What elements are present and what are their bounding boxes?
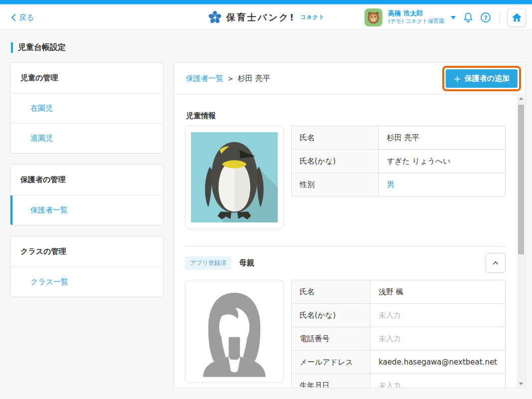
table-row: 氏名 杉田 亮平 [292, 126, 506, 150]
logo-sub-text: コネクト [300, 13, 325, 21]
field-label: 氏名(かな) [292, 304, 370, 327]
table-row: 氏名(かな) すぎた りょうへい [292, 150, 506, 173]
child-info-table: 氏名 杉田 亮平 氏名(かな) すぎた りょうへい 性別 男 [291, 126, 506, 197]
guardian-info-row: 氏名 浅野 楓 氏名(かな) 未入力 電話番号 未入力 メールアドレス [185, 280, 506, 388]
user-name: 高橋 浩太郎 [388, 9, 444, 18]
sidebar-group-children: 児童の管理 在園児 退園児 [10, 62, 164, 154]
notifications-button[interactable] [462, 11, 474, 23]
field-label: 氏名 [292, 126, 379, 150]
caret-down-icon[interactable] [451, 16, 456, 19]
title-accent-bar [11, 42, 13, 53]
user-info[interactable]: 高橋 浩太郎 (デモ) コネクト保育園 [388, 9, 444, 25]
user-avatar[interactable] [364, 8, 382, 26]
field-label: 氏名 [292, 280, 370, 304]
guardian-avatar [185, 280, 284, 383]
breadcrumb-guardian-list-link[interactable]: 保護者一覧 [186, 74, 223, 83]
field-value: 未入力 [370, 374, 506, 389]
section-divider [185, 246, 506, 247]
bell-icon [462, 11, 474, 23]
app-header: 戻る 保育士バンク! コネクト [0, 5, 532, 30]
page-title: 児童台帳設定 [18, 42, 66, 53]
app-registered-badge: アプリ登録済 [185, 256, 231, 270]
header-right-cluster: 高橋 浩太郎 (デモ) コネクト保育園 ? [364, 5, 526, 30]
guardian-section-header: アプリ登録済 母親 [185, 253, 506, 273]
sakura-flower-icon [207, 10, 222, 25]
scroll-down-arrow-icon[interactable] [517, 380, 525, 387]
panel-body: 児童情報 [174, 111, 526, 388]
sidebar-item-label: 在園児 [30, 104, 53, 113]
field-label: 生年月日 [292, 374, 370, 389]
home-button[interactable] [507, 8, 526, 27]
sidebar-group-title: 保護者の管理 [10, 165, 163, 195]
chevron-up-icon [492, 259, 500, 267]
top-accent-bar [0, 0, 532, 4]
field-value: 杉田 亮平 [379, 126, 506, 150]
guardian-info-table: 氏名 浅野 楓 氏名(かな) 未入力 電話番号 未入力 メールアドレス [291, 280, 506, 388]
field-value: 未入力 [370, 327, 506, 351]
sidebar: 児童の管理 在園児 退園児 保護者の管理 保護者一覧 クラスの管理 クラス一覧 [10, 62, 164, 308]
breadcrumb-current: 杉田 亮平 [238, 74, 270, 83]
field-label: メールアドレス [292, 351, 370, 374]
field-value-email: kaede.hasegawa@nextbeat.net [370, 351, 506, 374]
field-label: 電話番号 [292, 327, 370, 351]
field-value: 未入力 [370, 304, 506, 327]
sidebar-item-label: 保護者一覧 [30, 205, 68, 215]
logo-brand-text: 保育士バンク! [226, 11, 295, 23]
house-icon [512, 12, 522, 22]
user-organization: (デモ) コネクト保育園 [388, 18, 444, 25]
chevron-left-icon [11, 13, 16, 21]
field-value: すぎた りょうへい [379, 150, 506, 173]
breadcrumb-separator: > [228, 75, 233, 82]
panel-scrollbar[interactable] [517, 95, 525, 387]
sidebar-item-guardian-list[interactable]: 保護者一覧 [10, 195, 163, 225]
table-row: 電話番号 未入力 [292, 327, 506, 351]
back-button[interactable]: 戻る [11, 5, 34, 30]
guardian-relationship-title: 母親 [239, 258, 254, 268]
back-label: 戻る [19, 13, 34, 22]
plus-icon: + [454, 75, 461, 82]
question-circle-icon: ? [480, 11, 492, 23]
panel-header: 保護者一覧 > 杉田 亮平 + 保護者の追加 [174, 63, 526, 94]
page-title-row: 児童台帳設定 [11, 42, 532, 53]
scroll-up-arrow-icon[interactable] [517, 95, 525, 102]
sidebar-group-guardians: 保護者の管理 保護者一覧 [10, 164, 164, 225]
sidebar-group-title: 児童の管理 [10, 63, 163, 93]
collapse-section-button[interactable] [486, 253, 506, 273]
app-logo: 保育士バンク! コネクト [207, 10, 325, 25]
child-avatar [185, 126, 284, 229]
table-row: メールアドレス kaede.hasegawa@nextbeat.net [292, 351, 506, 374]
penguin-illustration-icon [191, 132, 278, 223]
table-row: 氏名(かな) 未入力 [292, 304, 506, 327]
field-label: 性別 [292, 173, 379, 197]
content-area: 児童の管理 在園児 退園児 保護者の管理 保護者一覧 クラスの管理 クラス一覧 … [0, 62, 532, 388]
child-info-row: 氏名 杉田 亮平 氏名(かな) すぎた りょうへい 性別 男 [185, 126, 506, 229]
svg-text:?: ? [484, 14, 488, 21]
breadcrumb: 保護者一覧 > 杉田 亮平 [186, 74, 270, 83]
sidebar-item-class-list[interactable]: クラス一覧 [10, 267, 163, 297]
field-label: 氏名(かな) [292, 150, 379, 173]
table-row: 氏名 浅野 楓 [292, 280, 506, 304]
add-guardian-label: 保護者の追加 [465, 74, 510, 83]
table-row: 生年月日 未入力 [292, 374, 506, 389]
sidebar-item-label: 退園児 [30, 134, 53, 143]
annotation-highlight-box: + 保護者の追加 [442, 66, 521, 91]
add-guardian-button[interactable]: + 保護者の追加 [446, 69, 518, 88]
woman-silhouette-icon [191, 286, 278, 377]
field-value-gender-link[interactable]: 男 [379, 173, 506, 197]
sidebar-item-label: クラス一覧 [30, 277, 68, 287]
sidebar-group-classes: クラスの管理 クラス一覧 [10, 236, 164, 297]
sidebar-group-title: クラスの管理 [10, 236, 163, 267]
sidebar-item-enrolled-children[interactable]: 在園児 [10, 93, 163, 123]
sidebar-item-withdrawn-children[interactable]: 退園児 [10, 123, 163, 153]
table-row: 性別 男 [292, 173, 506, 197]
main-panel: 保護者一覧 > 杉田 亮平 + 保護者の追加 児童情報 [174, 62, 526, 388]
child-section-title: 児童情報 [186, 111, 506, 121]
lion-avatar-illustration [364, 8, 382, 26]
scrollbar-thumb[interactable] [518, 105, 524, 254]
field-value: 浅野 楓 [370, 280, 506, 304]
help-button[interactable]: ? [480, 11, 492, 23]
header-separator [499, 11, 500, 24]
